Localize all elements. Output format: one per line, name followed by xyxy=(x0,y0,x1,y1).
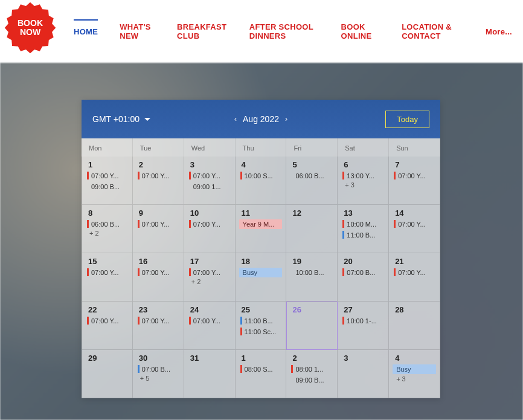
day-cell[interactable]: 4Busy+ 3 xyxy=(389,350,440,398)
book-now-badge[interactable]: BOOK NOW xyxy=(4,1,57,54)
event-item[interactable]: 07:00 Y... xyxy=(188,171,231,180)
more-events[interactable]: + 3 xyxy=(340,180,386,189)
event-item[interactable]: 07:00 Y... xyxy=(393,219,436,228)
day-cell[interactable]: 2307:00 Y... xyxy=(133,302,184,350)
event-block[interactable]: Busy xyxy=(393,364,436,374)
event-item[interactable]: 07:00 Y... xyxy=(136,171,180,180)
day-cell[interactable]: 707:00 Y... xyxy=(389,157,440,205)
day-cell[interactable]: 307:00 Y...09:00 1... xyxy=(184,157,236,205)
day-cell[interactable]: 108:00 S... xyxy=(236,350,287,398)
event-item[interactable]: 06:00 B... xyxy=(86,219,129,228)
event-item[interactable]: 06:00 B... xyxy=(290,171,333,180)
day-cell[interactable]: 806:00 B...+ 2 xyxy=(82,205,133,253)
day-cell[interactable]: 107:00 Y...09:00 B... xyxy=(82,157,133,205)
event-item[interactable]: 07:00 Y... xyxy=(393,268,436,277)
day-cell[interactable]: 208:00 1...09:00 B... xyxy=(286,350,338,398)
event-label: 07:00 Y... xyxy=(142,172,169,179)
day-cell[interactable]: 2407:00 Y... xyxy=(184,302,236,350)
event-label: 13:00 Y... xyxy=(347,172,374,179)
event-item[interactable]: 09:00 B... xyxy=(290,375,333,384)
day-cell[interactable]: 907:00 Y... xyxy=(133,205,184,253)
event-item[interactable]: 07:00 Y... xyxy=(86,268,129,277)
event-color-bar xyxy=(342,317,344,325)
timezone-selector[interactable]: GMT +01:00 xyxy=(92,114,150,124)
event-item[interactable]: 07:00 Y... xyxy=(188,316,231,325)
day-cell[interactable]: 613:00 Y...+ 3 xyxy=(338,157,389,205)
event-item[interactable]: 07:00 B... xyxy=(341,268,385,277)
nav-item-what-s-new[interactable]: WHAT'S NEW xyxy=(109,12,166,51)
day-cell[interactable]: 2007:00 B... xyxy=(338,253,389,302)
day-cell[interactable]: 1707:00 Y...+ 2 xyxy=(184,253,236,302)
event-block[interactable]: Busy xyxy=(239,268,283,277)
more-events[interactable]: + 2 xyxy=(85,228,130,237)
event-label: 11:00 B... xyxy=(347,231,375,239)
prev-month-button[interactable]: ‹ xyxy=(234,115,237,123)
event-item[interactable]: 09:00 B... xyxy=(86,182,129,191)
more-events[interactable]: + 5 xyxy=(135,373,181,382)
day-cell[interactable]: 2107:00 Y... xyxy=(389,253,440,302)
nav-item-after-school-dinners[interactable]: AFTER SCHOOL DINNERS xyxy=(239,12,330,51)
day-cell[interactable]: 28 xyxy=(389,302,440,350)
day-cell[interactable]: 1507:00 Y... xyxy=(82,253,133,302)
event-block[interactable]: Year 9 M... xyxy=(239,219,283,229)
event-color-bar xyxy=(138,172,140,179)
day-cell[interactable]: 3007:00 B...+ 5 xyxy=(133,350,184,398)
badge-line1: BOOK xyxy=(18,19,43,28)
day-number: 4 xyxy=(238,160,284,169)
day-cell[interactable]: 506:00 B... xyxy=(286,157,338,205)
day-cell[interactable]: 12 xyxy=(286,205,338,253)
event-item[interactable]: 07:00 Y... xyxy=(188,268,231,277)
day-cell[interactable]: 1607:00 Y... xyxy=(133,253,184,302)
day-cell[interactable]: 11Year 9 M... xyxy=(236,205,287,253)
day-cell[interactable]: 207:00 Y... xyxy=(133,157,184,205)
day-number: 25 xyxy=(238,305,284,314)
event-item[interactable]: 11:00 B... xyxy=(341,230,385,239)
event-item[interactable]: 07:00 Y... xyxy=(136,316,180,325)
badge-text: BOOK NOW xyxy=(4,1,57,54)
day-cell[interactable]: 31 xyxy=(184,350,236,398)
event-item[interactable]: 07:00 Y... xyxy=(136,219,180,228)
event-item[interactable]: 11:00 B... xyxy=(239,316,283,325)
event-item[interactable]: 13:00 Y... xyxy=(341,171,385,180)
day-cell[interactable]: 18Busy xyxy=(236,253,287,302)
more-events[interactable]: + 2 xyxy=(187,277,233,285)
event-item[interactable]: 07:00 Y... xyxy=(86,316,129,325)
nav-item-breakfast-club[interactable]: BREAKFAST CLUB xyxy=(166,12,239,51)
nav-item-book-online[interactable]: BOOK ONLINE xyxy=(330,12,391,51)
day-cell[interactable]: 2710:00 1-... xyxy=(338,302,389,350)
event-color-bar xyxy=(138,317,140,325)
day-cell[interactable]: 2207:00 Y... xyxy=(82,302,133,350)
event-item[interactable]: 07:00 Y... xyxy=(136,268,180,277)
nav-item-location-contact[interactable]: LOCATION & CONTACT xyxy=(391,12,475,51)
event-item[interactable]: 08:00 S... xyxy=(239,364,283,373)
event-item[interactable]: 09:00 1... xyxy=(188,182,231,191)
day-number: 19 xyxy=(289,257,335,266)
day-cell[interactable]: 2511:00 B...11:00 Sc... xyxy=(236,302,287,350)
event-item[interactable]: 10:00 B... xyxy=(290,268,333,277)
day-cell[interactable]: 3 xyxy=(338,350,389,398)
day-cell[interactable]: 1407:00 Y... xyxy=(389,205,440,253)
day-number: 4 xyxy=(391,354,437,363)
day-cell[interactable]: 410:00 S... xyxy=(236,157,287,205)
event-item[interactable]: 10:00 M... xyxy=(341,219,385,228)
next-month-button[interactable]: › xyxy=(285,115,287,123)
event-item[interactable]: 07:00 B... xyxy=(136,364,180,373)
event-item[interactable]: 07:00 Y... xyxy=(86,171,129,180)
day-cell[interactable]: 1310:00 M...11:00 B... xyxy=(338,205,389,253)
event-item[interactable]: 10:00 S... xyxy=(239,171,283,180)
day-cell[interactable]: 29 xyxy=(82,350,133,398)
event-item[interactable]: 07:00 Y... xyxy=(188,219,231,228)
today-button[interactable]: Today xyxy=(385,111,429,128)
event-item[interactable]: 11:00 Sc... xyxy=(239,327,283,336)
event-label: 07:00 Y... xyxy=(398,269,425,276)
nav-item-home[interactable]: HOME xyxy=(63,12,109,51)
event-item[interactable]: 07:00 Y... xyxy=(393,171,436,180)
nav-item-more[interactable]: More... xyxy=(475,12,523,51)
event-item[interactable]: 08:00 1... xyxy=(290,364,333,373)
day-cell[interactable]: 1007:00 Y... xyxy=(184,205,236,253)
day-cell[interactable]: 26 xyxy=(286,302,338,350)
day-cell[interactable]: 1910:00 B... xyxy=(286,253,338,302)
event-item[interactable]: 10:00 1-... xyxy=(341,316,385,325)
day-number: 1 xyxy=(85,160,130,169)
more-events[interactable]: + 3 xyxy=(391,374,437,383)
